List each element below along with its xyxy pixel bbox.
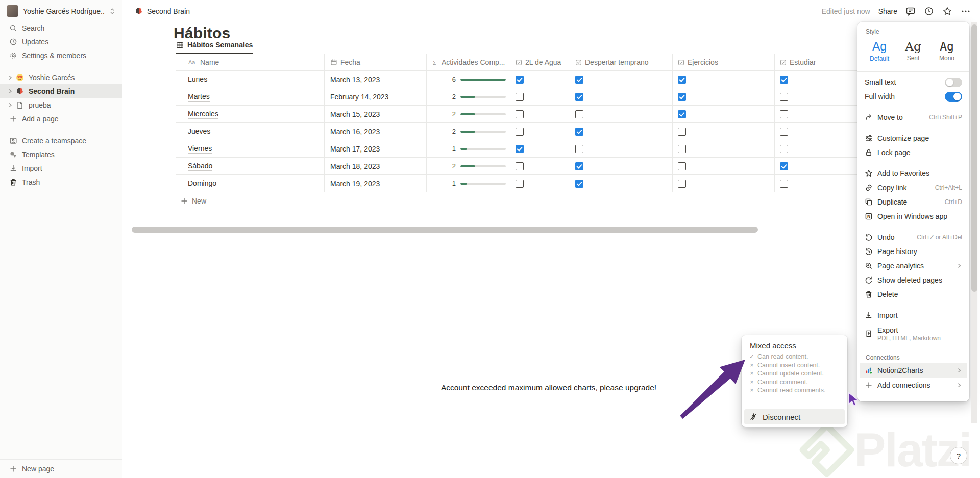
menu-item-page-history[interactable]: Page history bbox=[857, 244, 969, 259]
column-header-fecha[interactable]: Fecha bbox=[325, 54, 427, 70]
cell-checkbox[interactable] bbox=[510, 140, 570, 157]
cell-name[interactable]: Miercoles bbox=[176, 106, 325, 122]
horizontal-scrollbar[interactable] bbox=[132, 227, 758, 233]
cell-fecha[interactable]: March 16, 2023 bbox=[325, 123, 427, 140]
checkbox-unchecked[interactable] bbox=[516, 93, 524, 101]
sidebar-item-create-a-teamspace[interactable]: Create a teamspace bbox=[0, 134, 122, 147]
sidebar-item-second-brain[interactable]: Second Brain bbox=[0, 84, 122, 98]
checkbox-unchecked[interactable] bbox=[780, 180, 788, 188]
checkbox-unchecked[interactable] bbox=[516, 162, 524, 170]
cell-checkbox[interactable] bbox=[570, 140, 673, 157]
font-option-serif[interactable]: AgSerif bbox=[896, 38, 930, 64]
cell-actividades[interactable]: 6 bbox=[427, 71, 510, 88]
font-option-mono[interactable]: AgMono bbox=[930, 38, 964, 64]
cell-name[interactable]: Lunes bbox=[176, 71, 325, 88]
favorite-star-icon[interactable] bbox=[942, 6, 952, 16]
toggle-off[interactable] bbox=[945, 78, 962, 87]
cell-actividades[interactable]: 2 bbox=[427, 88, 510, 105]
cell-actividades[interactable]: 2 bbox=[427, 158, 510, 174]
cell-actividades[interactable]: 2 bbox=[427, 106, 510, 122]
cell-checkbox[interactable] bbox=[570, 88, 673, 105]
new-page-button[interactable]: New page bbox=[0, 459, 122, 478]
font-option-default[interactable]: AgDefault bbox=[863, 38, 896, 64]
sidebar-item-templates[interactable]: Templates bbox=[0, 147, 122, 161]
vertical-scrollbar-thumb[interactable] bbox=[971, 24, 977, 292]
cell-name[interactable]: Domingo bbox=[176, 175, 325, 192]
cell-fecha[interactable]: March 15, 2023 bbox=[325, 106, 427, 122]
cell-checkbox[interactable] bbox=[673, 140, 775, 157]
checkbox-checked[interactable] bbox=[678, 110, 686, 118]
checkbox-unchecked[interactable] bbox=[780, 110, 788, 118]
cell-checkbox[interactable] bbox=[510, 123, 570, 140]
checkbox-checked[interactable] bbox=[575, 76, 583, 84]
checkbox-checked[interactable] bbox=[516, 145, 524, 153]
menu-item-copy-link[interactable]: Copy linkCtrl+Alt+L bbox=[857, 181, 969, 195]
cell-fecha[interactable]: March 17, 2023 bbox=[325, 140, 427, 157]
sidebar-item-trash[interactable]: Trash bbox=[0, 175, 122, 189]
comments-icon[interactable] bbox=[905, 6, 916, 16]
checkbox-unchecked[interactable] bbox=[516, 180, 524, 188]
checkbox-unchecked[interactable] bbox=[780, 128, 788, 136]
cell-checkbox[interactable] bbox=[673, 158, 775, 174]
menu-item-notion2charts[interactable]: Notion2Charts bbox=[860, 363, 967, 378]
menu-item-small-text[interactable]: Small text bbox=[857, 75, 969, 89]
menu-item-page-analytics[interactable]: Page analytics bbox=[857, 259, 969, 273]
cell-checkbox[interactable] bbox=[570, 175, 673, 192]
cell-checkbox[interactable] bbox=[673, 88, 775, 105]
cell-checkbox[interactable] bbox=[510, 88, 570, 105]
share-button[interactable]: Share bbox=[878, 7, 897, 15]
cell-checkbox[interactable] bbox=[570, 158, 673, 174]
cell-checkbox[interactable] bbox=[673, 175, 775, 192]
sidebar-item-import[interactable]: Import bbox=[0, 161, 122, 175]
checkbox-checked[interactable] bbox=[575, 128, 583, 136]
workspace-switcher[interactable]: Yoshie Garcés Rodrígue... bbox=[0, 0, 122, 21]
menu-item-add-to-favorites[interactable]: Add to Favorites bbox=[857, 166, 969, 181]
sidebar-item-search[interactable]: Search bbox=[0, 21, 122, 35]
cell-name[interactable]: Viernes bbox=[176, 140, 325, 157]
sidebar-item-yoshie-garc-s[interactable]: Yoshie Garcés bbox=[0, 70, 122, 84]
sidebar-item-add-a-page[interactable]: Add a page bbox=[0, 112, 122, 125]
checkbox-unchecked[interactable] bbox=[516, 128, 524, 136]
checkbox-checked[interactable] bbox=[516, 76, 524, 84]
menu-item-export[interactable]: ExportPDF, HTML, Markdown bbox=[857, 322, 969, 345]
cell-fecha[interactable]: February 14, 2023 bbox=[325, 88, 427, 105]
checkbox-unchecked[interactable] bbox=[575, 145, 583, 153]
menu-item-delete[interactable]: Delete bbox=[857, 287, 969, 301]
cell-checkbox[interactable] bbox=[510, 71, 570, 88]
menu-item-lock-page[interactable]: Lock page bbox=[857, 145, 969, 160]
column-header-despertar-temprano[interactable]: Despertar temprano bbox=[570, 54, 673, 70]
checkbox-checked[interactable] bbox=[678, 93, 686, 101]
cell-name[interactable]: Sábado bbox=[176, 158, 325, 174]
sidebar-item-updates[interactable]: Updates bbox=[0, 35, 122, 48]
cell-actividades[interactable]: 1 bbox=[427, 175, 510, 192]
cell-checkbox[interactable] bbox=[673, 123, 775, 140]
menu-item-move-to[interactable]: Move toCtrl+Shift+P bbox=[857, 110, 969, 124]
cell-checkbox[interactable] bbox=[570, 123, 673, 140]
toggle-on[interactable] bbox=[945, 92, 962, 102]
menu-item-customize-page[interactable]: Customize page bbox=[857, 131, 969, 145]
menu-item-duplicate[interactable]: DuplicateCtrl+D bbox=[857, 195, 969, 209]
disconnect-button[interactable]: Disconnect bbox=[744, 409, 845, 424]
cell-checkbox[interactable] bbox=[510, 175, 570, 192]
column-header-actividades-comp-[interactable]: ΣActividades Comp... bbox=[427, 54, 510, 70]
checkbox-unchecked[interactable] bbox=[678, 162, 686, 170]
cell-checkbox[interactable] bbox=[570, 71, 673, 88]
checkbox-unchecked[interactable] bbox=[678, 145, 686, 153]
menu-item-full-width[interactable]: Full width bbox=[857, 89, 969, 104]
checkbox-unchecked[interactable] bbox=[678, 128, 686, 136]
cell-fecha[interactable]: March 19, 2023 bbox=[325, 175, 427, 192]
checkbox-unchecked[interactable] bbox=[678, 180, 686, 188]
cell-name[interactable]: Jueves bbox=[176, 123, 325, 140]
more-options-icon[interactable] bbox=[961, 6, 971, 16]
cell-checkbox[interactable] bbox=[673, 106, 775, 122]
menu-item-import[interactable]: Import bbox=[857, 308, 969, 322]
cell-checkbox[interactable] bbox=[673, 71, 775, 88]
checkbox-checked[interactable] bbox=[575, 93, 583, 101]
breadcrumb[interactable]: Second Brain bbox=[135, 5, 190, 17]
cell-checkbox[interactable] bbox=[570, 106, 673, 122]
sidebar-item-settings-members[interactable]: Settings & members bbox=[0, 48, 122, 62]
column-header-2l-de-agua[interactable]: 2L de Agua bbox=[510, 54, 570, 70]
checkbox-checked[interactable] bbox=[780, 76, 788, 84]
cell-actividades[interactable]: 1 bbox=[427, 140, 510, 157]
cell-checkbox[interactable] bbox=[510, 106, 570, 122]
